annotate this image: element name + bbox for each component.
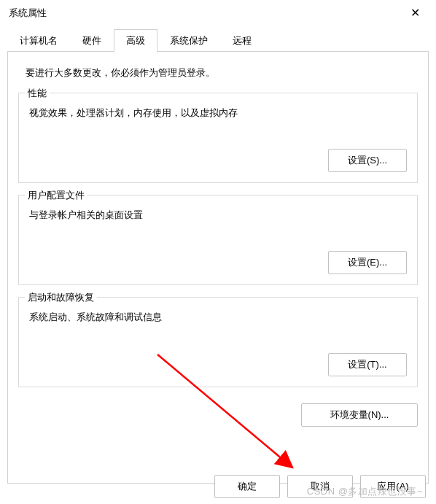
tab-remote[interactable]: 远程 bbox=[220, 29, 264, 52]
user-profiles-settings-button[interactable]: 设置(E)... bbox=[328, 251, 407, 274]
group-legend-performance: 性能 bbox=[25, 87, 50, 100]
tab-panel-advanced: 要进行大多数更改，你必须作为管理员登录。 性能 视觉效果，处理器计划，内存使用，… bbox=[7, 52, 429, 484]
group-user-profiles: 用户配置文件 与登录帐户相关的桌面设置 设置(E)... bbox=[18, 195, 418, 285]
admin-note: 要进行大多数更改，你必须作为管理员登录。 bbox=[26, 66, 418, 80]
apply-button[interactable]: 应用(A) bbox=[360, 475, 426, 498]
environment-variables-button[interactable]: 环境变量(N)... bbox=[301, 403, 418, 427]
user-profiles-desc: 与登录帐户相关的桌面设置 bbox=[29, 209, 407, 222]
dialog-footer: 确定 取消 应用(A) bbox=[0, 469, 436, 504]
tabs: 计算机名 硬件 高级 系统保护 远程 bbox=[0, 26, 436, 52]
cancel-button[interactable]: 取消 bbox=[287, 475, 353, 498]
window-title: 系统属性 bbox=[9, 7, 47, 20]
performance-desc: 视觉效果，处理器计划，内存使用，以及虚拟内存 bbox=[29, 106, 407, 120]
tab-advanced[interactable]: 高级 bbox=[114, 29, 157, 53]
tab-computer-name[interactable]: 计算机名 bbox=[7, 29, 70, 52]
tab-system-protection[interactable]: 系统保护 bbox=[157, 29, 220, 52]
group-legend-user-profiles: 用户配置文件 bbox=[25, 189, 87, 202]
titlebar: 系统属性 ✕ bbox=[0, 0, 436, 26]
startup-recovery-settings-button[interactable]: 设置(T)... bbox=[328, 353, 407, 376]
group-legend-startup-recovery: 启动和故障恢复 bbox=[25, 291, 97, 304]
group-performance: 性能 视觉效果，处理器计划，内存使用，以及虚拟内存 设置(S)... bbox=[18, 93, 418, 183]
performance-settings-button[interactable]: 设置(S)... bbox=[328, 149, 407, 172]
ok-button[interactable]: 确定 bbox=[214, 475, 280, 498]
tab-hardware[interactable]: 硬件 bbox=[70, 29, 114, 52]
close-icon[interactable]: ✕ bbox=[405, 4, 426, 22]
group-startup-recovery: 启动和故障恢复 系统启动、系统故障和调试信息 设置(T)... bbox=[18, 297, 418, 387]
startup-recovery-desc: 系统启动、系统故障和调试信息 bbox=[29, 311, 407, 324]
